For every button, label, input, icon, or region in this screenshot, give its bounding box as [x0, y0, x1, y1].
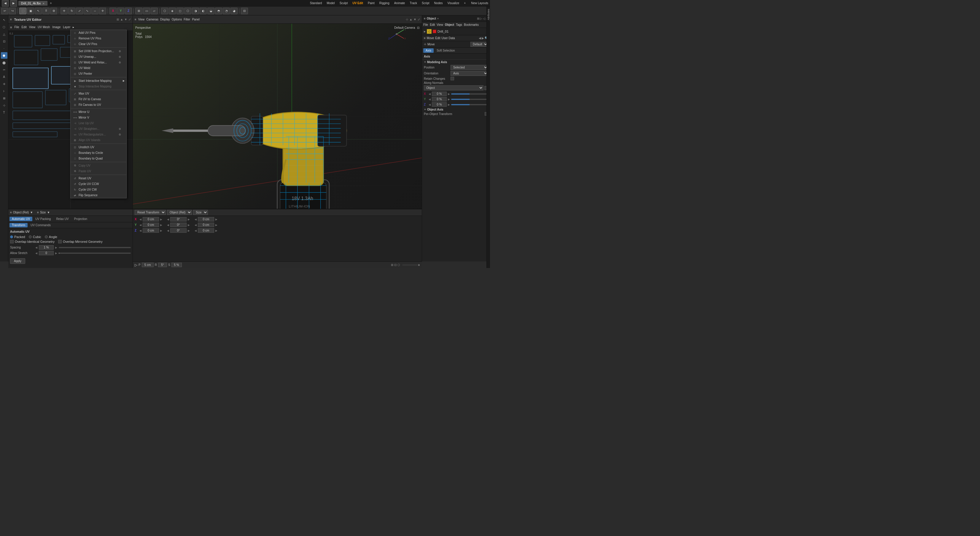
mode-add[interactable]: + [463, 1, 467, 5]
pb-p-value[interactable] [142, 263, 154, 267]
vp-menu-options[interactable]: Options [172, 18, 182, 21]
menu-boundary-circle[interactable]: ○ Boundary to Circle [71, 150, 126, 155]
tx-r3[interactable]: ▶ [215, 218, 218, 221]
orientation-dropdown[interactable]: Axis [450, 71, 488, 76]
menu-clear-uv-pins[interactable]: ⊹ Clear UV Pins [71, 41, 126, 47]
menu-remove-uv-pins[interactable]: ⊹ Remove UV Pins [71, 36, 126, 41]
menu-mirror-v[interactable]: ⟺ Mirror V [71, 115, 126, 121]
uv-menu-hamburger[interactable]: ≡ [10, 25, 12, 29]
obj-icon1[interactable]: ⊞ [477, 17, 479, 20]
uv-header-icon3[interactable]: ▼ [124, 18, 127, 21]
ty-l2[interactable]: ◀ [167, 224, 169, 227]
z-left-arrow[interactable]: ◀ [428, 103, 431, 106]
radio-cubic-btn[interactable] [29, 235, 32, 238]
tab-transform[interactable]: Transform [10, 223, 28, 227]
select-dots[interactable]: ⠿ [42, 8, 49, 14]
vp-icon1[interactable]: ⊹ [406, 18, 408, 21]
stretch-slider[interactable] [59, 252, 131, 254]
tab-soft-selection[interactable]: Soft Selection [434, 48, 457, 53]
tab-axis[interactable]: Axis [423, 48, 434, 53]
perspective-right[interactable]: ◈ [169, 8, 176, 14]
new-layouts-btn[interactable]: New Layouts [471, 2, 488, 5]
apply-button[interactable]: Apply [10, 258, 25, 264]
menu-start-interactive[interactable]: ▶ Start Interactive Mapping [71, 78, 126, 84]
uv-object-rel[interactable]: Object (Rel) [13, 211, 29, 214]
tab-close[interactable]: ✕ [42, 2, 45, 5]
menu-mirror-u[interactable]: ⟺ Mirror U [71, 109, 126, 115]
tz-l2[interactable]: ◀ [167, 229, 169, 232]
uv-header-icon2[interactable]: ▲ [120, 18, 123, 21]
vp-icon2[interactable]: ▲ [409, 18, 412, 21]
obj-tool[interactable]: ◓ [215, 8, 222, 14]
vp-icon3[interactable]: ▼ [414, 18, 417, 21]
z-right-arrow[interactable]: ▶ [448, 103, 450, 106]
menu-unstitch-uv[interactable]: ⊡ Unstitch UV [71, 144, 126, 150]
sidebar-move[interactable]: ✛ [1, 81, 7, 87]
mode-left[interactable]: ◀ [479, 36, 481, 40]
mode-sculpt[interactable]: Sculpt [339, 1, 349, 5]
uv-hamburger[interactable]: ≡ [10, 18, 12, 21]
ty-pos[interactable] [143, 223, 159, 227]
menu-uv-weld-relax[interactable]: ⊡ UV Weld and Relax... ⚙ [71, 60, 126, 65]
obj-menu-tags[interactable]: Tags [456, 23, 462, 26]
sidebar-poly[interactable]: △ [1, 31, 7, 37]
mode-standard[interactable]: Standard [309, 1, 323, 5]
uv-menu-edit[interactable]: Edit [22, 25, 27, 29]
ty-l1[interactable]: ◀ [139, 224, 142, 227]
uv-size-dropdown[interactable]: Size [40, 211, 46, 214]
sidebar-cut[interactable]: ✂ [1, 67, 7, 73]
select-box[interactable]: ▣ [27, 8, 34, 14]
menu-boundary-quad[interactable]: □ Boundary to Quad [71, 155, 126, 161]
sidebar-select[interactable]: ↖ [1, 17, 7, 23]
tz-pos[interactable] [143, 228, 159, 233]
x-input[interactable] [432, 92, 447, 96]
settings-tool[interactable]: ⚙ [50, 8, 57, 14]
checkbox-mirrored-btn[interactable] [58, 240, 62, 243]
mode-visualize[interactable]: Visualize [446, 1, 461, 5]
menu-align-uv-islands[interactable]: ⊞ Align UV Islands [71, 137, 126, 143]
pb-s-value[interactable] [172, 263, 182, 267]
pb-grid-icon3[interactable]: ⬡ [398, 263, 400, 266]
uv-menu-more[interactable]: ▸ [73, 25, 74, 29]
tab-auto-uv[interactable]: Automatic UV [10, 217, 32, 221]
rotate-tool[interactable]: ↻ [68, 8, 75, 14]
mode-model[interactable]: Model [325, 1, 336, 5]
view-mode1[interactable]: ▭ [143, 8, 150, 14]
view-tool[interactable]: ◔ [223, 8, 230, 14]
uv-size-arrow[interactable]: ▼ [47, 211, 50, 214]
menu-uv-rect[interactable]: ▭ UV Rectangularize... ⚙ [71, 132, 126, 137]
object-axis-collapse[interactable]: ▼ [424, 108, 426, 111]
tab-uv-commands[interactable]: UV Commands [28, 223, 53, 227]
mode-paint[interactable]: Paint [367, 1, 376, 5]
tab-uv-packing[interactable]: UV Packing [33, 217, 53, 221]
axis-y[interactable]: Y [117, 8, 124, 14]
obj-menu-bookmarks[interactable]: Bookmarks [464, 23, 479, 26]
axis-x[interactable]: X [110, 8, 116, 14]
tab-relax-uv[interactable]: Relax UV [54, 217, 71, 221]
mode-script[interactable]: Script [421, 1, 431, 5]
object-dropdown[interactable]: Object [424, 86, 484, 90]
menu-cycle-cw[interactable]: ↻ Cycle UV CW [71, 187, 126, 192]
select-arrow[interactable]: ↖ [35, 8, 42, 14]
sidebar-uv[interactable]: ⬟ [1, 52, 7, 59]
tz-l3[interactable]: ◀ [194, 229, 197, 232]
menu-fit-uv-canvas[interactable]: ⊞ Fit UV to Canvas [71, 96, 126, 102]
vp-hamburger[interactable]: ≡ [135, 18, 137, 21]
spacing-input[interactable] [39, 245, 54, 250]
perspective-front[interactable]: ⬡ [161, 8, 168, 14]
menu-copy-uv[interactable]: ⧉ Copy UV [71, 163, 126, 168]
radio-angle-btn[interactable] [45, 235, 48, 238]
obj-menu-view[interactable]: View [437, 23, 443, 26]
x-slider[interactable] [451, 94, 488, 95]
ty-r2[interactable]: ▶ [188, 224, 190, 227]
tz-r3[interactable]: ▶ [215, 229, 218, 232]
tz-r1[interactable]: ▶ [160, 229, 162, 232]
camera-tool[interactable]: ◐ [200, 8, 207, 14]
tz-l1[interactable]: ◀ [139, 229, 142, 232]
pb-r-value[interactable] [158, 263, 167, 267]
size-dropdown2[interactable]: Size [193, 210, 208, 215]
sidebar-measure[interactable]: ⊦ [1, 88, 7, 94]
menu-set-uvw-projection[interactable]: ⊞ Set UVW from Projection... ⚙ [71, 48, 126, 54]
uv-menu-file[interactable]: File [14, 25, 19, 29]
menu-cycle-ccw[interactable]: ↺ Cycle UV CCW [71, 181, 126, 187]
